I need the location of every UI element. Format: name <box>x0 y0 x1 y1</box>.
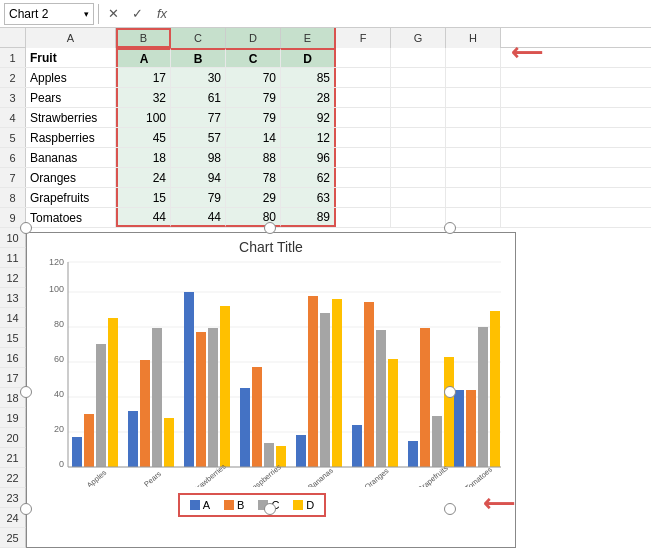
cell-c3[interactable]: 61 <box>171 88 226 107</box>
cell-c7[interactable]: 94 <box>171 168 226 187</box>
col-header-d[interactable]: D <box>226 28 281 48</box>
cell-c5[interactable]: 57 <box>171 128 226 147</box>
col-header-g[interactable]: G <box>391 28 446 48</box>
cell-f6[interactable] <box>336 148 391 167</box>
cell-e8[interactable]: 63 <box>281 188 336 207</box>
chart-handle-tl[interactable] <box>20 222 32 234</box>
col-header-b[interactable]: B <box>116 28 171 48</box>
cell-a2[interactable]: Apples <box>26 68 116 87</box>
cell-f2[interactable] <box>336 68 391 87</box>
cell-e5[interactable]: 12 <box>281 128 336 147</box>
cell-b2[interactable]: 17 <box>116 68 171 87</box>
cell-a5[interactable]: Raspberries <box>26 128 116 147</box>
svg-text:100: 100 <box>49 284 64 294</box>
cell-a8[interactable]: Grapefruits <box>26 188 116 207</box>
cell-f1[interactable] <box>336 48 391 67</box>
cell-a1[interactable]: Fruit <box>26 48 116 67</box>
cell-c2[interactable]: 30 <box>171 68 226 87</box>
formula-input[interactable] <box>177 3 647 25</box>
cell-h1[interactable] <box>446 48 501 67</box>
cell-g5[interactable] <box>391 128 446 147</box>
cell-h3[interactable] <box>446 88 501 107</box>
cell-b7[interactable]: 24 <box>116 168 171 187</box>
svg-rect-17 <box>108 318 118 467</box>
chart-handle-bc[interactable] <box>264 503 276 515</box>
cell-d7[interactable]: 78 <box>226 168 281 187</box>
cell-e6[interactable]: 96 <box>281 148 336 167</box>
cell-f4[interactable] <box>336 108 391 127</box>
cell-d5[interactable]: 14 <box>226 128 281 147</box>
cell-a4[interactable]: Strawberries <box>26 108 116 127</box>
col-header-e[interactable]: E <box>281 28 336 48</box>
cell-g3[interactable] <box>391 88 446 107</box>
row-num-14: 14 <box>0 308 26 328</box>
cell-b5[interactable]: 45 <box>116 128 171 147</box>
chart-box[interactable]: Chart Title 0 20 40 60 80 100 120 <box>26 232 516 548</box>
cell-a7[interactable]: Oranges <box>26 168 116 187</box>
cell-h8[interactable] <box>446 188 501 207</box>
cell-d4[interactable]: 79 <box>226 108 281 127</box>
cell-b3[interactable]: 32 <box>116 88 171 107</box>
col-header-h[interactable]: H <box>446 28 501 48</box>
chart-handle-ml[interactable] <box>20 386 32 398</box>
name-box[interactable]: Chart 2 ▾ <box>4 3 94 25</box>
cell-h5[interactable] <box>446 128 501 147</box>
row-num-21: 21 <box>0 448 26 468</box>
cell-f3[interactable] <box>336 88 391 107</box>
cell-e9[interactable]: 89 <box>281 208 336 227</box>
cell-h4[interactable] <box>446 108 501 127</box>
cell-f9[interactable] <box>336 208 391 227</box>
svg-rect-36 <box>320 313 330 467</box>
cell-e2[interactable]: 85 <box>281 68 336 87</box>
cell-b8[interactable]: 15 <box>116 188 171 207</box>
cell-a3[interactable]: Pears <box>26 88 116 107</box>
cell-d6[interactable]: 88 <box>226 148 281 167</box>
cell-c6[interactable]: 98 <box>171 148 226 167</box>
svg-rect-42 <box>388 359 398 467</box>
chart-handle-bl[interactable] <box>20 503 32 515</box>
cell-g7[interactable] <box>391 168 446 187</box>
cell-g1[interactable] <box>391 48 446 67</box>
svg-rect-37 <box>332 299 342 467</box>
cell-g6[interactable] <box>391 148 446 167</box>
chart-handle-br[interactable] <box>444 503 456 515</box>
cell-d2[interactable]: 70 <box>226 68 281 87</box>
cell-h2[interactable] <box>446 68 501 87</box>
cell-f5[interactable] <box>336 128 391 147</box>
chart-handle-tc[interactable] <box>264 222 276 234</box>
cell-h7[interactable] <box>446 168 501 187</box>
cell-g9[interactable] <box>391 208 446 227</box>
cell-e1[interactable]: D <box>281 48 336 67</box>
cell-b1[interactable]: A <box>116 48 171 67</box>
cell-b6[interactable]: 18 <box>116 148 171 167</box>
cell-g8[interactable] <box>391 188 446 207</box>
cell-c1[interactable]: B <box>171 48 226 67</box>
cancel-button[interactable]: ✕ <box>103 4 123 24</box>
svg-text:0: 0 <box>59 459 64 469</box>
cell-e4[interactable]: 92 <box>281 108 336 127</box>
cell-d3[interactable]: 79 <box>226 88 281 107</box>
col-header-f[interactable]: F <box>336 28 391 48</box>
cell-c4[interactable]: 77 <box>171 108 226 127</box>
cell-g4[interactable] <box>391 108 446 127</box>
cell-b4[interactable]: 100 <box>116 108 171 127</box>
cell-d1[interactable]: C <box>226 48 281 67</box>
chart-handle-mr[interactable] <box>444 386 456 398</box>
cell-h6[interactable] <box>446 148 501 167</box>
col-header-a[interactable]: A <box>26 28 116 48</box>
cell-a6[interactable]: Bananas <box>26 148 116 167</box>
cell-e7[interactable]: 62 <box>281 168 336 187</box>
cell-a9[interactable]: Tomatoes <box>26 208 116 227</box>
cell-g2[interactable] <box>391 68 446 87</box>
col-header-c[interactable]: C <box>171 28 226 48</box>
cell-f7[interactable] <box>336 168 391 187</box>
cell-b9[interactable]: 44 <box>116 208 171 227</box>
confirm-button[interactable]: ✓ <box>127 4 147 24</box>
cell-f8[interactable] <box>336 188 391 207</box>
chart-handle-tr[interactable] <box>444 222 456 234</box>
svg-rect-16 <box>96 344 106 467</box>
cell-c8[interactable]: 79 <box>171 188 226 207</box>
cell-c9[interactable]: 44 <box>171 208 226 227</box>
cell-d8[interactable]: 29 <box>226 188 281 207</box>
cell-e3[interactable]: 28 <box>281 88 336 107</box>
